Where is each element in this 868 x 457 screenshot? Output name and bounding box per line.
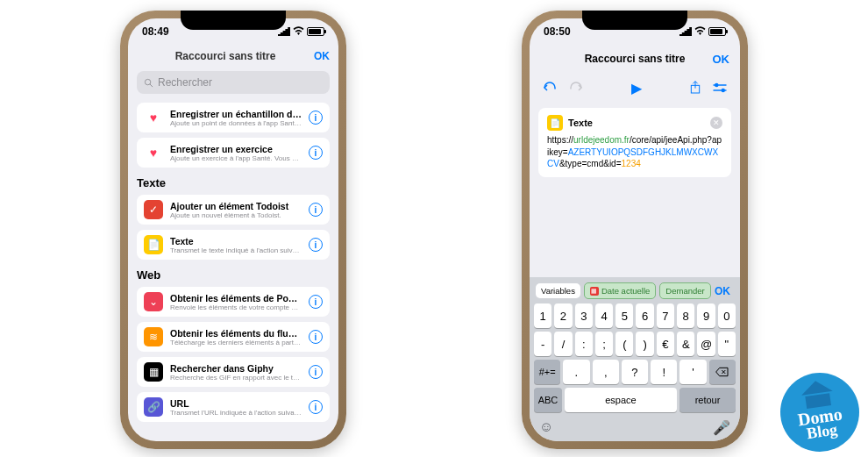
text-icon: 📄: [144, 235, 163, 254]
key-;[interactable]: ;: [595, 332, 613, 356]
play-button[interactable]: ▶: [631, 80, 642, 96]
share-button[interactable]: [689, 81, 701, 95]
battery-icon: [307, 27, 324, 36]
key-return[interactable]: retour: [679, 388, 736, 412]
key-)[interactable]: ): [636, 332, 653, 356]
key-0[interactable]: 0: [718, 303, 736, 328]
nav-header-right: Raccourci sans titre OK: [530, 45, 740, 73]
chip-ask[interactable]: Demander: [659, 282, 710, 299]
key-8[interactable]: 8: [677, 303, 694, 328]
key-:[interactable]: :: [575, 332, 593, 356]
emoji-button[interactable]: ☺: [539, 419, 553, 436]
key-abc[interactable]: ABC: [534, 388, 562, 412]
action-pocket[interactable]: ⌄ Obtenir les éléments de PocketRenvoie …: [137, 287, 330, 317]
section-header-texte: Texte: [137, 176, 330, 189]
text-icon: 📄: [547, 115, 563, 131]
svg-point-0: [145, 79, 150, 84]
key-4[interactable]: 4: [595, 303, 613, 328]
notch: [181, 11, 286, 30]
key-![interactable]: !: [651, 360, 677, 384]
key-&[interactable]: &: [677, 332, 694, 356]
calendar-icon: ▦: [590, 287, 599, 296]
link-icon: 🔗: [144, 397, 163, 417]
settings-button[interactable]: [712, 82, 728, 94]
keyboard: Variables ▦Date actuelle Demander OK 123…: [530, 277, 740, 441]
heart-icon: ♥: [144, 143, 163, 162]
info-button[interactable]: i: [309, 238, 323, 252]
key-5[interactable]: 5: [615, 303, 633, 328]
editor-toolbar: ▶: [530, 73, 740, 103]
key-,[interactable]: ,: [593, 360, 619, 384]
action-text[interactable]: 📄 TexteTransmet le texte indiqué à l'act…: [137, 230, 330, 260]
key-7[interactable]: 7: [657, 303, 674, 328]
info-button[interactable]: i: [309, 365, 323, 379]
remove-action-button[interactable]: ✕: [710, 117, 722, 129]
action-giphy[interactable]: ▦ Rechercher dans GiphyRecherche des GIF…: [137, 357, 330, 387]
action-url[interactable]: 🔗 URLTransmet l'URL indiquée à l'action …: [137, 392, 330, 422]
page-title: Raccourci sans titre: [175, 50, 276, 62]
key-6[interactable]: 6: [636, 303, 653, 328]
key-€[interactable]: €: [657, 332, 674, 356]
key-space[interactable]: espace: [565, 388, 677, 412]
domoblog-logo: Domo Blog: [780, 373, 859, 452]
done-button[interactable]: OK: [713, 53, 730, 66]
page-title: Raccourci sans titre: [585, 53, 686, 65]
key-9[interactable]: 9: [697, 303, 715, 328]
info-button[interactable]: i: [309, 400, 323, 414]
key-1[interactable]: 1: [534, 303, 551, 328]
mic-button[interactable]: 🎤: [713, 419, 730, 436]
rss-icon: ≋: [144, 327, 163, 346]
key-symbols[interactable]: #+=: [534, 360, 560, 384]
house-icon: [800, 384, 835, 410]
pocket-icon: ⌄: [144, 292, 163, 311]
key-.[interactable]: .: [563, 360, 589, 384]
suggestion-bar: Variables ▦Date actuelle Demander OK: [532, 281, 737, 303]
key-@[interactable]: @: [697, 332, 715, 356]
nav-header-left: Raccourci sans titre OK: [128, 45, 338, 68]
key--[interactable]: -: [534, 332, 551, 356]
svg-line-1: [150, 83, 153, 86]
phone-left: 08:49 Raccourci sans titre OK Rechercher…: [120, 11, 346, 449]
action-rss[interactable]: ≋ Obtenir les éléments du flux RSSTéléch…: [137, 322, 330, 352]
heart-icon: ♥: [144, 108, 163, 127]
action-health-sample[interactable]: ♥ Enregistrer un échantillon de SantéAjo…: [137, 103, 330, 132]
chip-variables[interactable]: Variables: [536, 283, 580, 298]
action-health-exercise[interactable]: ♥ Enregistrer un exerciceAjoute un exerc…: [137, 138, 330, 168]
section-header-web: Web: [137, 268, 330, 282]
text-action-card[interactable]: 📄 Texte ✕ https://urldejeedom.fr/core/ap…: [538, 108, 731, 177]
phone-right: 08:50 Raccourci sans titre OK ▶: [522, 11, 748, 449]
text-input-content[interactable]: https://urldejeedom.fr/core/api/jeeApi.p…: [547, 134, 722, 170]
wifi-icon: [694, 25, 706, 38]
info-button[interactable]: i: [309, 146, 323, 160]
info-button[interactable]: i: [309, 330, 323, 344]
status-time: 08:50: [544, 25, 571, 38]
giphy-icon: ▦: [144, 362, 163, 382]
search-icon: [144, 78, 153, 88]
undo-button[interactable]: [542, 82, 558, 94]
card-label: Texte: [568, 118, 593, 128]
info-button[interactable]: i: [309, 203, 323, 217]
notch: [582, 11, 687, 30]
key-'[interactable]: ': [679, 360, 706, 384]
search-input[interactable]: Rechercher: [137, 71, 330, 94]
key-/[interactable]: /: [554, 332, 572, 356]
wifi-icon: [293, 25, 304, 38]
signal-icon: [278, 27, 290, 36]
action-todoist[interactable]: ✓ Ajouter un élément TodoistAjoute un no…: [137, 195, 330, 225]
key-3[interactable]: 3: [575, 303, 593, 328]
info-button[interactable]: i: [309, 111, 323, 125]
info-button[interactable]: i: [309, 295, 323, 309]
key-backspace[interactable]: [709, 360, 736, 384]
battery-icon: [708, 27, 726, 36]
redo-button[interactable]: [568, 82, 584, 94]
status-time: 08:49: [142, 25, 169, 38]
key-?[interactable]: ?: [622, 360, 648, 384]
todoist-icon: ✓: [144, 200, 163, 219]
key-2[interactable]: 2: [554, 303, 572, 328]
suggestion-ok[interactable]: OK: [715, 285, 734, 297]
key-"[interactable]: ": [718, 332, 736, 356]
chip-date[interactable]: ▦Date actuelle: [584, 282, 656, 299]
key-([interactable]: (: [615, 332, 633, 356]
signal-icon: [679, 27, 692, 36]
done-button[interactable]: OK: [314, 50, 330, 62]
